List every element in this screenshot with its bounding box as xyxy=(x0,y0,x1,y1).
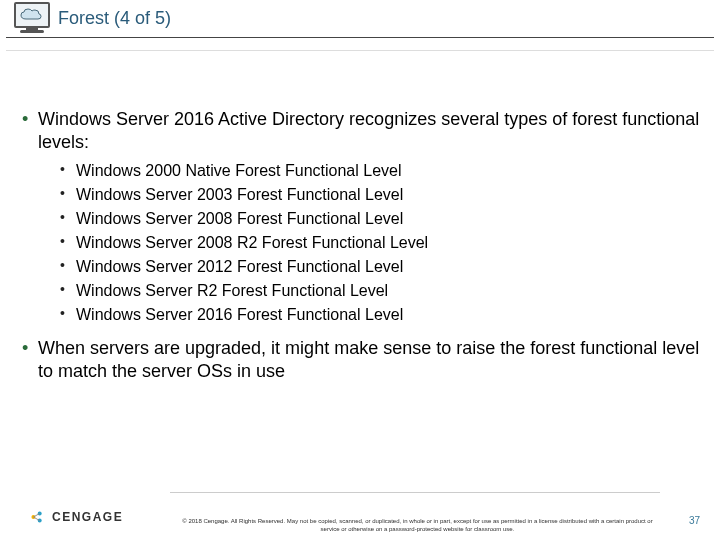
bullet-text: When servers are upgraded, it might make… xyxy=(38,338,699,381)
slide-footer: CENGAGE © 2018 Cengage. All Rights Reser… xyxy=(0,492,720,540)
brand-name: CENGAGE xyxy=(52,510,123,524)
slide: Forest (4 of 5) Windows Server 2016 Acti… xyxy=(0,0,720,540)
sub-bullet: Windows Server 2008 R2 Forest Functional… xyxy=(60,231,700,255)
bullet-item: Windows Server 2016 Active Directory rec… xyxy=(20,108,700,327)
bullet-text: Windows Server 2016 Active Directory rec… xyxy=(38,109,699,152)
page-number: 37 xyxy=(689,515,700,526)
slide-header: Forest (4 of 5) xyxy=(6,0,714,38)
header-rule xyxy=(6,50,714,51)
slide-body: Windows Server 2016 Active Directory rec… xyxy=(20,108,700,388)
sub-bullet: Windows Server 2016 Forest Functional Le… xyxy=(60,303,700,327)
sub-bullet: Windows 2000 Native Forest Functional Le… xyxy=(60,159,700,183)
brand: CENGAGE xyxy=(28,508,123,526)
slide-title: Forest (4 of 5) xyxy=(58,8,171,29)
sub-bullet: Windows Server R2 Forest Functional Leve… xyxy=(60,279,700,303)
brand-logo-icon xyxy=(28,508,46,526)
cloud-monitor-icon xyxy=(12,0,52,36)
footer-rule xyxy=(170,492,660,493)
sub-bullet: Windows Server 2003 Forest Functional Le… xyxy=(60,183,700,207)
sub-bullet: Windows Server 2012 Forest Functional Le… xyxy=(60,255,700,279)
bullet-item: When servers are upgraded, it might make… xyxy=(20,337,700,382)
copyright-text: © 2018 Cengage. All Rights Reserved. May… xyxy=(175,518,660,534)
sub-bullet: Windows Server 2008 Forest Functional Le… xyxy=(60,207,700,231)
